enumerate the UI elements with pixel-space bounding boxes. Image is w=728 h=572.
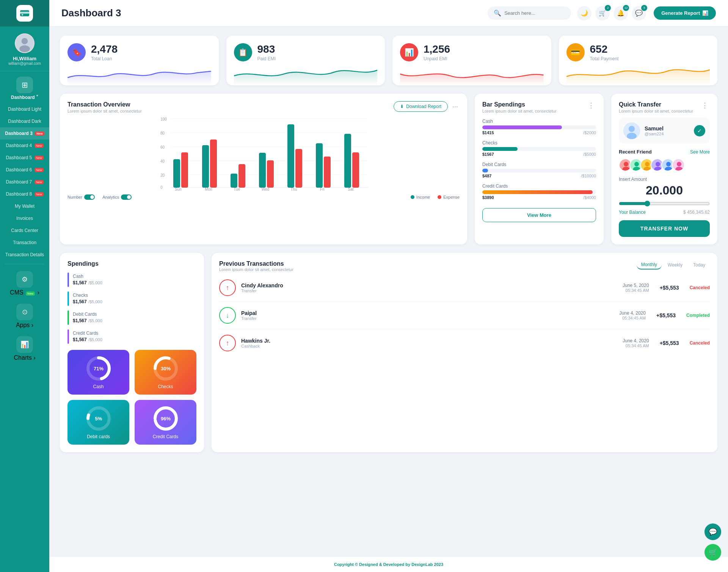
stat-card-paid-emi: 📋 983 Paid EMI (226, 36, 385, 85)
download-icon: ⬇ (400, 104, 404, 109)
sidebar-item-dashboard-dark[interactable]: Dashboard Dark (0, 115, 49, 127)
apps-icon[interactable]: ⊙ (16, 304, 33, 320)
view-more-button[interactable]: View More (482, 208, 596, 222)
donut-credit-label: Credit Cards (153, 434, 178, 439)
bar-spendings-more-button[interactable]: ⋮ (586, 101, 596, 110)
quick-transfer-avatar (623, 122, 640, 139)
new-badge: New (35, 168, 44, 172)
sidebar-item-dashboard4[interactable]: Dashboard 4 New (0, 139, 49, 152)
chat-button[interactable]: 💬 5 (632, 6, 646, 20)
sidebar-user: Hi,William william@gmail.com (0, 27, 49, 71)
cms-label[interactable]: CMS New › (10, 289, 39, 296)
sidebar-item-dashboard7[interactable]: Dashboard 7 New (0, 176, 49, 188)
legend-number: Number (67, 194, 95, 200)
sidebar-section-cms: ⚙ CMS New › (0, 267, 49, 300)
sidebar-item-dashboard6[interactable]: Dashboard 6 New (0, 164, 49, 176)
help-fab-button[interactable]: 💬 (704, 523, 721, 540)
transfer-now-button[interactable]: TRANSFER NOW (619, 220, 710, 237)
spending-row-debit: Debit Cards $487 /$10000 (482, 162, 596, 178)
download-report-button[interactable]: ⬇ Download Report (394, 101, 448, 112)
insert-amount-label: Insert Amount (619, 177, 710, 182)
new-badge: New (35, 132, 44, 136)
generate-report-button[interactable]: Generate Report 📊 (654, 6, 716, 20)
friend-avatar-6[interactable] (672, 158, 685, 171)
svg-text:0: 0 (160, 185, 163, 190)
dashboard-grid-icon[interactable]: ⊞ (16, 77, 33, 93)
tab-weekly[interactable]: Weekly (663, 260, 687, 270)
sidebar-item-transaction-details[interactable]: Transaction Details (0, 249, 49, 261)
sidebar-item-label: Dashboard 3 (5, 131, 33, 136)
svg-text:71%: 71% (93, 366, 103, 371)
bar-spendings-title: Bar Spendings (482, 101, 557, 108)
sidebar-logo-icon[interactable] (16, 5, 33, 22)
charts-icon[interactable]: 📊 (16, 336, 33, 353)
credit-donut-chart: 96% (152, 405, 179, 432)
total-loan-icon: 🔖 (67, 43, 86, 61)
total-loan-label: Total Loan (91, 56, 118, 61)
legend-expense: Expense (438, 195, 460, 199)
stat-card-unpaid-emi: 📊 1,256 Unpaid EMI (392, 36, 551, 85)
svg-rect-36 (324, 157, 331, 188)
cart-button[interactable]: 🛒 2 (595, 6, 610, 20)
spending-row-credit: Credit Cards $3890 /$4000 (482, 183, 596, 200)
stat-card-total-loan: 🔖 2,478 Total Loan (60, 36, 219, 85)
sidebar-item-dashboard8[interactable]: Dashboard 8 New (0, 188, 49, 200)
sidebar-item-dashboard3[interactable]: Dashboard 3 New (0, 127, 49, 139)
prev-tx-sub: Lorem ipsum dolor sit amet, consectetur (219, 267, 293, 272)
sidebar-item-dashboard-light[interactable]: Dashboard Light (0, 103, 49, 115)
analytics-toggle[interactable] (121, 194, 132, 200)
sidebar-item-cards[interactable]: Cards Center (0, 224, 49, 237)
bottom-row: Spendings Cash $1,567 /$5,000 (60, 253, 717, 452)
apps-label[interactable]: Apps › (16, 322, 33, 329)
tab-monthly[interactable]: Monthly (637, 260, 662, 270)
svg-text:Sat: Sat (348, 187, 353, 191)
spendings-bottom-card: Spendings Cash $1,567 /$5,000 (60, 253, 204, 452)
cart-fab-button[interactable]: 🛒 (704, 544, 721, 561)
unpaid-emi-label: Unpaid EMI (424, 56, 450, 61)
search-input[interactable] (504, 10, 561, 16)
sidebar-item-wallet[interactable]: My Wallet (0, 200, 49, 212)
notification-button[interactable]: 🔔 12 (613, 6, 628, 20)
svg-point-55 (666, 162, 671, 166)
qt-handle: @sam224 (645, 132, 664, 136)
cms-icon[interactable]: ⚙ (16, 271, 33, 288)
paid-emi-label: Paid EMI (257, 56, 276, 61)
transaction-overview-sub: Lorem ipsum dolor sit amet, consectetur (67, 109, 142, 113)
number-toggle[interactable] (84, 194, 95, 200)
sidebar-item-transaction[interactable]: Transaction (0, 237, 49, 249)
quick-transfer-more-button[interactable]: ⋮ (700, 101, 710, 110)
dashboard-dropdown-label[interactable]: Dashboard ˅ (11, 95, 38, 100)
svg-point-4 (22, 38, 28, 44)
svg-rect-25 (173, 159, 180, 188)
income-dot (411, 195, 414, 199)
svg-rect-27 (202, 145, 209, 188)
total-loan-chart (67, 64, 211, 85)
quick-transfer-user[interactable]: Samuel @sam224 ✓ (619, 118, 710, 144)
svg-point-2 (22, 14, 23, 16)
sidebar-greeting: Hi,William (13, 56, 36, 61)
cash-bar-indicator (67, 273, 69, 287)
more-options-button[interactable]: ··· (451, 103, 460, 111)
theme-toggle-button[interactable]: 🌙 (577, 6, 592, 20)
quick-transfer-sub: Lorem ipsum dolor sit amet, consectetur (619, 109, 693, 113)
spending-item-credit: Credit Cards $1,567 /$5,000 (67, 329, 196, 344)
sidebar-item-dashboard5[interactable]: Dashboard 5 New (0, 152, 49, 164)
donut-grid: 71% Cash 30% Checks (67, 350, 196, 445)
svg-point-52 (656, 162, 660, 166)
sidebar-section-charts: 📊 Charts › (0, 332, 49, 365)
new-badge: New (35, 156, 44, 160)
charts-label[interactable]: Charts › (14, 354, 36, 361)
bar-chart-area: 100 80 60 40 20 0 Sun (67, 115, 460, 191)
total-payment-label: Total Payment (590, 56, 619, 61)
svg-text:5%: 5% (95, 416, 102, 422)
total-loan-value: 2,478 (91, 43, 118, 55)
bar-chart-svg: 100 80 60 40 20 0 Sun (67, 115, 460, 191)
bar-spendings-card: Bar Spendings Lorem ipsum dolor sit amet… (475, 94, 604, 244)
amount-slider[interactable] (619, 201, 710, 207)
total-payment-chart (566, 64, 710, 85)
balance-row: Your Balance $ 456,345.62 (619, 210, 710, 215)
see-more-link[interactable]: See More (690, 149, 710, 155)
sidebar-item-invoices[interactable]: Invoices (0, 212, 49, 224)
tab-today[interactable]: Today (689, 260, 710, 270)
total-payment-value: 652 (590, 43, 619, 55)
